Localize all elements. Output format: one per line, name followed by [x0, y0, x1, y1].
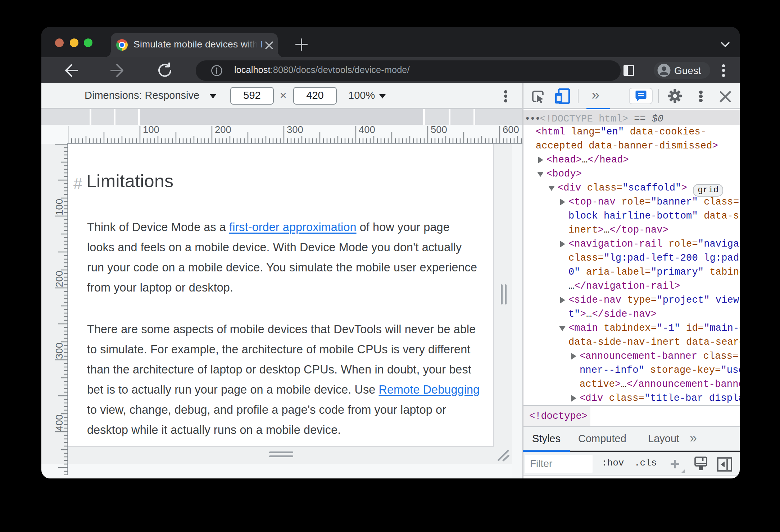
svg-text:500: 500 [431, 125, 447, 135]
svg-text:200: 200 [215, 125, 231, 135]
svg-text:300: 300 [287, 125, 303, 135]
svg-text:100: 100 [143, 125, 159, 135]
svg-text:600: 600 [503, 125, 519, 135]
svg-text:400: 400 [359, 125, 375, 135]
